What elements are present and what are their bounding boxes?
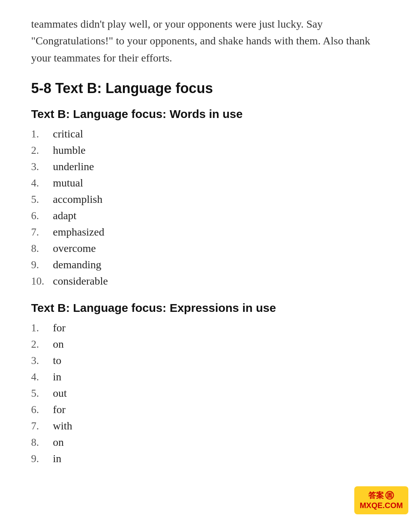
item-word: mutual: [53, 177, 83, 189]
item-word: considerable: [53, 275, 108, 287]
item-word: on: [53, 338, 64, 350]
item-word: on: [53, 436, 64, 449]
list-item: 8. overcome: [31, 242, 389, 255]
watermark-circle-icon: 圆: [385, 491, 394, 500]
item-word: for: [53, 403, 66, 416]
item-word: in: [53, 371, 61, 383]
item-number: 4.: [31, 371, 53, 383]
item-word: with: [53, 420, 72, 432]
item-number: 9.: [31, 453, 53, 465]
item-word: demanding: [53, 259, 101, 271]
item-number: 5.: [31, 387, 53, 399]
list-item: 4. mutual: [31, 177, 389, 189]
item-word: overcome: [53, 242, 96, 255]
list-item: 3. underline: [31, 160, 389, 173]
expressions-list: 1. for 2. on 3. to 4. in 5. out 6. for 7…: [31, 322, 389, 465]
list-item: 1. for: [31, 322, 389, 334]
item-number: 7.: [31, 420, 53, 432]
list-item: 7. emphasized: [31, 226, 389, 238]
list-item: 4. in: [31, 371, 389, 383]
section-title: 5-8 Text B: Language focus: [31, 80, 389, 97]
item-number: 8.: [31, 243, 53, 255]
list-item: 10. considerable: [31, 275, 389, 287]
item-word: accomplish: [53, 193, 103, 206]
item-number: 7.: [31, 226, 53, 238]
item-number: 4.: [31, 177, 53, 189]
item-number: 9.: [31, 259, 53, 271]
list-item: 3. to: [31, 354, 389, 367]
item-number: 6.: [31, 210, 53, 222]
intro-paragraph: teammates didn't play well, or your oppo…: [31, 16, 389, 66]
watermark-line1: 答案 圆: [368, 490, 394, 500]
item-word: for: [53, 322, 66, 334]
words-list: 1. critical 2. humble 3. underline 4. mu…: [31, 128, 389, 287]
expressions-subsection-title: Text B: Language focus: Expressions in u…: [31, 301, 389, 315]
item-number: 5.: [31, 194, 53, 206]
item-number: 6.: [31, 404, 53, 416]
item-number: 1.: [31, 128, 53, 140]
item-number: 10.: [31, 275, 53, 287]
list-item: 7. with: [31, 420, 389, 432]
item-word: emphasized: [53, 226, 104, 238]
list-item: 6. for: [31, 403, 389, 416]
list-item: 2. humble: [31, 144, 389, 157]
item-number: 1.: [31, 322, 53, 334]
item-number: 8.: [31, 436, 53, 449]
list-item: 5. accomplish: [31, 193, 389, 206]
item-word: underline: [53, 160, 94, 173]
item-number: 3.: [31, 355, 53, 367]
item-word: adapt: [53, 209, 77, 222]
list-item: 2. on: [31, 338, 389, 350]
list-item: 9. in: [31, 452, 389, 465]
watermark-line2: MXQE.COM: [360, 500, 403, 510]
item-number: 2.: [31, 338, 53, 350]
list-item: 1. critical: [31, 128, 389, 140]
item-number: 2.: [31, 144, 53, 157]
list-item: 6. adapt: [31, 209, 389, 222]
list-item: 9. demanding: [31, 259, 389, 271]
item-number: 3.: [31, 161, 53, 173]
list-item: 8. on: [31, 436, 389, 449]
watermark-badge: 答案 圆 MXQE.COM: [354, 486, 408, 514]
words-subsection-title: Text B: Language focus: Words in use: [31, 107, 389, 121]
item-word: humble: [53, 144, 86, 157]
item-word: out: [53, 387, 67, 399]
watermark-icon: 答案: [368, 490, 384, 500]
item-word: critical: [53, 128, 83, 140]
list-item: 5. out: [31, 387, 389, 399]
item-word: in: [53, 452, 61, 465]
item-word: to: [53, 354, 61, 367]
